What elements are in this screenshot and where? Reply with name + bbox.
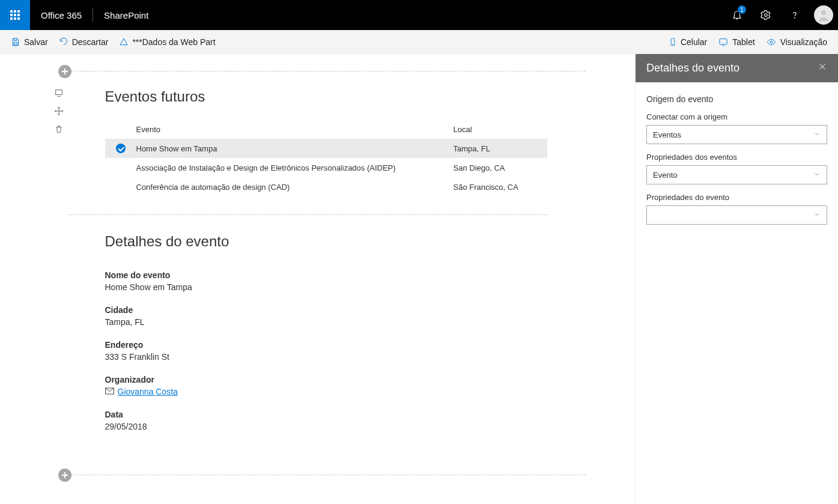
suite-actions: 1 — [723, 0, 838, 30]
events-table: Evento Local Home Show em Tampa Tampa, F… — [105, 120, 547, 196]
user-avatar[interactable] — [814, 5, 833, 25]
webpart-toolbar — [50, 71, 68, 469]
row-check-icon[interactable] — [105, 144, 136, 153]
organizer-link[interactable]: Giovanna Costa — [118, 387, 178, 396]
mobile-view-button[interactable]: Celular — [669, 37, 707, 47]
pane-label-connect: Conectar com a origem — [646, 112, 827, 121]
svg-rect-3 — [14, 42, 17, 44]
row-location: San Diego, CA — [454, 163, 547, 172]
save-label: Salvar — [24, 37, 48, 47]
waffle-icon — [10, 10, 20, 20]
section-divider — [68, 214, 548, 215]
svg-rect-6 — [720, 38, 727, 44]
tablet-view-button[interactable]: Tablet — [718, 37, 755, 47]
add-section-button-bottom[interactable] — [58, 469, 71, 482]
add-section-button-top[interactable] — [58, 65, 71, 78]
field-value-city: Tampa, FL — [105, 317, 586, 327]
settings-button[interactable] — [751, 0, 780, 30]
chevron-down-icon — [813, 211, 821, 220]
row-location: Tampa, FL — [454, 144, 547, 153]
row-event: Home Show em Tampa — [136, 144, 454, 153]
add-section-line-bottom — [68, 475, 586, 475]
save-button[interactable]: Salvar — [11, 37, 48, 47]
pane-label-props2: Propriedades do evento — [646, 193, 827, 202]
details-section-title: Detalhes do evento — [105, 233, 586, 250]
discard-label: Descartar — [72, 37, 109, 47]
notification-badge: 1 — [737, 5, 747, 14]
notifications-button[interactable]: 1 — [723, 0, 751, 30]
chevron-down-icon — [813, 171, 821, 180]
command-bar: Salvar Descartar ***Dados da Web Part Ce… — [0, 30, 838, 54]
props-dropdown-value: Evento — [653, 171, 677, 180]
edit-webpart-button[interactable] — [54, 88, 64, 98]
table-row[interactable]: Associação de Instalação e Design de Ele… — [105, 158, 547, 177]
table-row[interactable]: Conferência de automação de design (CAD)… — [105, 177, 547, 196]
field-value-date: 29/05/2018 — [105, 422, 586, 431]
props2-dropdown[interactable] — [646, 205, 827, 225]
col-header-location[interactable]: Local — [454, 125, 547, 134]
webpart-data-label: ***Dados da Web Part — [132, 37, 215, 47]
svg-point-1 — [795, 17, 795, 18]
property-pane-title: Detalhes do evento — [646, 62, 739, 74]
svg-point-2 — [821, 10, 826, 15]
property-pane: Detalhes do evento Origem do evento Cone… — [635, 54, 838, 504]
app-launcher-button[interactable] — [0, 0, 30, 30]
field-value-event-name: Home Show em Tampa — [105, 282, 586, 292]
svg-point-8 — [770, 41, 773, 43]
props-dropdown[interactable]: Evento — [646, 165, 827, 184]
move-webpart-button[interactable] — [54, 106, 64, 116]
tablet-label: Tablet — [732, 37, 755, 47]
webpart-data-button[interactable]: ***Dados da Web Part — [119, 37, 215, 47]
col-header-event[interactable]: Evento — [136, 125, 454, 134]
app-name[interactable]: SharePoint — [93, 10, 159, 20]
close-pane-button[interactable] — [818, 62, 827, 74]
table-header: Evento Local — [105, 120, 547, 139]
help-button[interactable] — [780, 0, 809, 30]
mobile-label: Celular — [681, 37, 707, 47]
row-event: Associação de Instalação e Design de Ele… — [136, 163, 454, 172]
mail-icon — [105, 387, 114, 396]
svg-rect-9 — [55, 90, 62, 95]
pane-label-props: Propriedades dos eventos — [646, 153, 827, 162]
suite-header: Office 365 SharePoint 1 — [0, 0, 838, 30]
field-label-event-name: Nome do evento — [105, 270, 586, 280]
chevron-down-icon — [813, 130, 821, 139]
field-value-address: 333 S Franklin St — [105, 352, 586, 362]
table-row[interactable]: Home Show em Tampa Tampa, FL — [105, 139, 547, 158]
add-section-line-top — [68, 71, 586, 71]
delete-webpart-button[interactable] — [54, 124, 64, 134]
row-location: São Francisco, CA — [454, 183, 547, 192]
source-dropdown[interactable]: Eventos — [646, 125, 827, 144]
events-section-title: Eventos futuros — [105, 88, 586, 105]
field-label-address: Endereço — [105, 340, 586, 350]
property-pane-header: Detalhes do evento — [636, 54, 838, 82]
field-label-organizer: Organizador — [105, 375, 586, 384]
field-label-date: Data — [105, 410, 586, 419]
source-dropdown-value: Eventos — [653, 130, 681, 139]
page-canvas: Eventos futuros Evento Local Home Show e… — [0, 54, 635, 504]
svg-point-0 — [765, 14, 768, 17]
preview-label: Visualização — [780, 37, 827, 47]
preview-button[interactable]: Visualização — [766, 37, 827, 47]
discard-button[interactable]: Descartar — [59, 37, 109, 47]
pane-section-title: Origem do evento — [646, 94, 827, 104]
row-event: Conferência de automação de design (CAD) — [136, 183, 454, 192]
brand-label: Office 365 — [30, 10, 93, 20]
field-label-city: Cidade — [105, 305, 586, 315]
